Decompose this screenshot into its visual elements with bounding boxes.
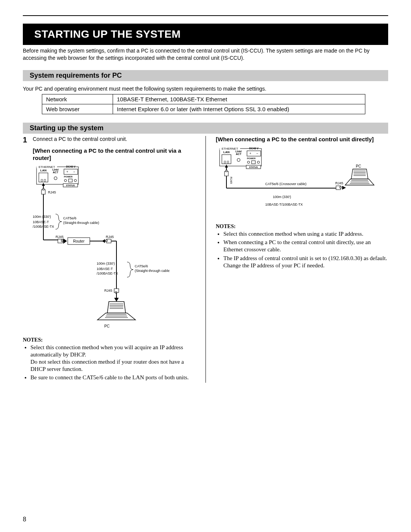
svg-text:−: − <box>256 152 258 155</box>
svg-text:RJ45: RJ45 <box>335 181 343 185</box>
svg-text:10BASE-T: 10BASE-T <box>33 220 49 224</box>
svg-marker-42 <box>102 239 105 243</box>
svg-rect-32 <box>61 240 63 241</box>
svg-text:+: + <box>66 170 68 174</box>
svg-rect-39 <box>106 240 107 241</box>
table-row: Network 10BASE-T Ethernet, 100BASE-TX Et… <box>42 94 365 104</box>
svg-text:DC48 V: DC48 V <box>66 165 76 168</box>
req-value: 10BASE-T Ethernet, 100BASE-TX Ethernet <box>113 94 365 104</box>
step-text: Connect a PC to the central control unit… <box>33 136 127 142</box>
svg-point-17 <box>74 179 76 182</box>
svg-text:DC48 V: DC48 V <box>249 147 259 150</box>
svg-text:−: − <box>73 170 75 174</box>
requirements-table: Network 10BASE-T Ethernet, 100BASE-TX Et… <box>42 94 365 114</box>
svg-text:STATUS: STATUS <box>249 166 258 168</box>
svg-point-78 <box>247 161 250 163</box>
req-label: Network <box>42 94 113 104</box>
page-number: 8 <box>23 516 26 523</box>
svg-text:CAT5e/6: CAT5e/6 <box>135 264 148 268</box>
svg-rect-94 <box>340 187 341 188</box>
svg-text:(Straight-through cable): (Straight-through cable) <box>63 221 99 225</box>
notes-list-direct: Select this connection method when using… <box>216 230 388 269</box>
svg-text:PC: PC <box>104 324 110 328</box>
svg-text:STATUS: STATUS <box>66 184 75 187</box>
svg-text:POWER: POWER <box>64 176 73 178</box>
svg-text:CAT5e/6: CAT5e/6 <box>63 216 76 220</box>
svg-text:ACT: ACT <box>53 171 59 174</box>
svg-text:LInk/: LInk/ <box>236 150 242 153</box>
svg-point-72 <box>237 158 240 161</box>
svg-text:(Straight-through cable): (Straight-through cable) <box>135 269 170 273</box>
list-item: The IP address of central control unit i… <box>223 255 388 269</box>
svg-text:10BASE-T: 10BASE-T <box>97 267 113 271</box>
list-item: When connecting a PC to the central cont… <box>223 239 388 253</box>
svg-point-80 <box>257 161 260 163</box>
svg-text:Router: Router <box>73 239 85 243</box>
svg-text:LInk/: LInk/ <box>53 168 59 171</box>
req-label: Web browser <box>42 104 113 114</box>
svg-rect-22 <box>41 190 45 194</box>
diagram-direct: ETHERNET LAN LInk/ ACT DC48 V + − POWER <box>216 145 388 219</box>
svg-text:ACT: ACT <box>236 153 242 155</box>
section-heading-startup: Starting up the system <box>23 123 388 134</box>
list-item: Select this connection method when you w… <box>30 344 199 372</box>
svg-rect-71 <box>227 161 229 163</box>
case-heading-direct: [When connecting a PC to the central con… <box>216 136 388 143</box>
svg-text:10BASE-T/100BASE-TX: 10BASE-T/100BASE-TX <box>265 203 303 206</box>
svg-point-9 <box>54 177 57 180</box>
page-title: STARTING UP THE SYSTEM <box>23 24 388 45</box>
section-heading-requirements: System requirements for PC <box>23 70 388 81</box>
svg-rect-70 <box>224 161 226 163</box>
svg-marker-35 <box>63 238 67 244</box>
svg-rect-6 <box>39 173 48 182</box>
notes-list-router: Select this connection method when you w… <box>23 344 199 381</box>
svg-rect-69 <box>222 155 231 164</box>
notes-heading: NOTES: <box>216 224 388 230</box>
svg-text:RJ45: RJ45 <box>106 235 114 239</box>
svg-rect-16 <box>68 179 72 182</box>
svg-text:LAN: LAN <box>223 150 230 154</box>
notes-heading: NOTES: <box>23 337 199 343</box>
svg-text:RJ45: RJ45 <box>104 289 112 292</box>
requirements-caption: Your PC and operating environment must m… <box>23 86 388 92</box>
svg-text:RJ45: RJ45 <box>56 235 64 239</box>
svg-rect-86 <box>226 170 227 172</box>
svg-text:/100BASE-TX: /100BASE-TX <box>33 225 54 228</box>
svg-rect-7 <box>41 179 43 181</box>
case-heading-router: [When connecting a PC to the central con… <box>33 147 199 162</box>
svg-rect-85 <box>225 171 228 176</box>
svg-text:POWER: POWER <box>247 157 256 160</box>
step-number: 1 <box>23 136 30 144</box>
svg-text:/100BASE-TX: /100BASE-TX <box>97 272 118 275</box>
svg-text:RJ45: RJ45 <box>48 190 56 194</box>
svg-point-15 <box>64 179 67 182</box>
svg-text:100m (330'): 100m (330') <box>273 195 291 199</box>
svg-text:+: + <box>249 152 251 155</box>
list-item: Be sure to connect the CAT5e/6 cable to … <box>30 374 199 381</box>
svg-text:RJ45: RJ45 <box>229 177 233 184</box>
diagram-router: ETHERNET LAN LInk/ ACT DC48 V + − POWE <box>33 164 199 332</box>
svg-text:PC: PC <box>356 164 361 168</box>
svg-rect-23 <box>43 189 44 190</box>
svg-marker-96 <box>342 186 346 190</box>
list-item: Select this connection method when using… <box>223 230 388 238</box>
svg-rect-79 <box>252 161 255 164</box>
svg-text:100m (330'): 100m (330') <box>33 215 51 219</box>
svg-text:CAT5e/6 (Crossover cable): CAT5e/6 (Crossover cable) <box>265 182 306 186</box>
intro-paragraph: Before making the system settings, confi… <box>23 47 388 62</box>
svg-text:LAN: LAN <box>40 169 47 172</box>
svg-text:100m (330'): 100m (330') <box>97 262 115 265</box>
req-value: Internet Explorer 6.0 or later (with Int… <box>113 104 365 114</box>
svg-rect-8 <box>44 179 46 181</box>
table-row: Web browser Internet Explorer 6.0 or lat… <box>42 104 365 114</box>
